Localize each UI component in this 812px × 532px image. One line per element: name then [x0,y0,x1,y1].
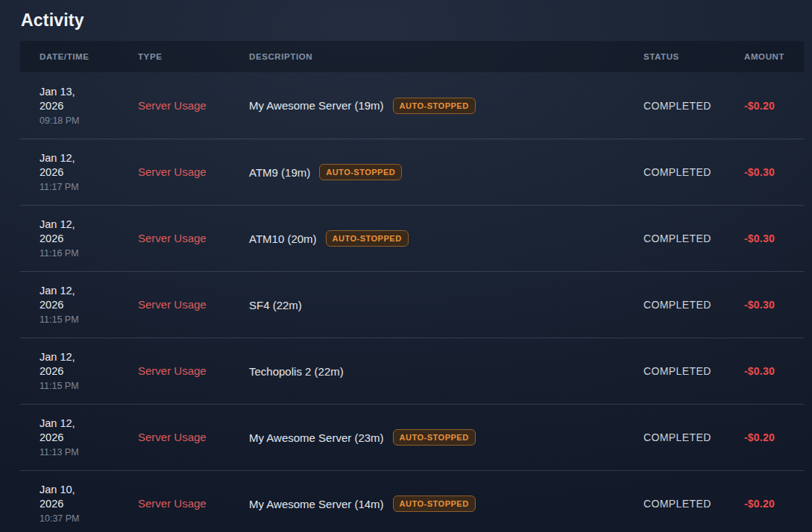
description-cell: SF4 (22m) [249,299,643,311]
date-cell: Jan 12, 2026 11:13 PM [40,417,138,458]
type-link[interactable]: Server Usage [138,497,207,510]
activity-table: DATE/TIME TYPE DESCRIPTION STATUS AMOUNT… [20,41,804,532]
description-text: My Awesome Server (14m) [249,498,384,510]
amount-text: -$0.20 [744,431,804,443]
time-text: 11:15 PM [40,314,138,326]
type-link[interactable]: Server Usage [138,298,207,311]
description-text: My Awesome Server (23m) [249,431,384,444]
date-cell: Jan 13, 2026 09:18 PM [40,85,138,127]
status-text: COMPLETED [643,299,744,311]
auto-stopped-badge: AUTO-STOPPED [326,230,409,247]
header-cell-datetime: DATE/TIME [40,52,138,61]
description-text: ATM10 (20m) [249,232,317,245]
table-row: Jan 10, 2026 10:37 PM Server Usage My Aw… [20,470,804,532]
description-cell: My Awesome Server (19m) AUTO-STOPPED [249,98,643,114]
date-line2: 2026 [40,298,138,312]
table-row: Jan 13, 2026 09:18 PM Server Usage My Aw… [20,72,804,139]
amount-text: -$0.20 [744,498,804,510]
description-cell: My Awesome Server (23m) AUTO-STOPPED [249,429,643,446]
amount-text: -$0.30 [744,232,804,244]
date-line2: 2026 [40,232,138,246]
date-line1: Jan 12, [40,417,138,431]
description-text: Techopolis 2 (22m) [249,365,344,378]
time-text: 11:15 PM [40,381,138,392]
date-line1: Jan 10, [40,483,138,497]
amount-text: -$0.30 [744,365,804,377]
type-link[interactable]: Server Usage [138,99,207,112]
date-line2: 2026 [40,431,138,445]
auto-stopped-badge: AUTO-STOPPED [393,495,476,512]
time-text: 09:18 PM [40,115,138,127]
time-text: 11:16 PM [40,248,138,259]
description-text: My Awesome Server (19m) [249,99,384,112]
date-cell: Jan 12, 2026 11:16 PM [40,218,138,259]
description-text: ATM9 (19m) [249,166,310,179]
status-text: COMPLETED [643,166,744,178]
auto-stopped-badge: AUTO-STOPPED [319,164,402,180]
date-cell: Jan 12, 2026 11:15 PM [40,284,138,326]
description-cell: ATM9 (19m) AUTO-STOPPED [249,164,643,180]
status-text: COMPLETED [643,232,744,244]
header-cell-amount: AMOUNT [744,52,804,61]
page-title: Activity [0,0,812,31]
auto-stopped-badge: AUTO-STOPPED [393,429,476,446]
table-row: Jan 12, 2026 11:13 PM Server Usage My Aw… [20,404,804,470]
date-line2: 2026 [40,497,138,511]
date-line1: Jan 12, [40,284,138,298]
description-text: SF4 (22m) [249,299,302,311]
description-cell: My Awesome Server (14m) AUTO-STOPPED [249,495,643,512]
status-text: COMPLETED [643,431,744,443]
time-text: 11:13 PM [40,447,138,458]
table-row: Jan 12, 2026 11:15 PM Server Usage SF4 (… [20,271,804,338]
status-text: COMPLETED [643,100,744,112]
amount-text: -$0.20 [744,100,804,112]
status-text: COMPLETED [643,365,744,377]
header-cell-description: DESCRIPTION [249,52,643,61]
date-line2: 2026 [40,364,138,379]
table-row: Jan 12, 2026 11:17 PM Server Usage ATM9 … [20,139,804,205]
type-link[interactable]: Server Usage [138,431,207,443]
table-header-row: DATE/TIME TYPE DESCRIPTION STATUS AMOUNT [20,41,804,72]
header-cell-status: STATUS [643,52,744,61]
type-link[interactable]: Server Usage [138,232,207,244]
type-link[interactable]: Server Usage [138,364,207,377]
date-cell: Jan 12, 2026 11:15 PM [40,350,138,392]
date-cell: Jan 12, 2026 11:17 PM [40,151,138,193]
date-line2: 2026 [40,165,138,180]
date-line1: Jan 12, [40,218,138,232]
description-cell: Techopolis 2 (22m) [249,365,643,378]
date-line1: Jan 13, [40,85,138,99]
status-text: COMPLETED [643,498,744,510]
table-row: Jan 12, 2026 11:16 PM Server Usage ATM10… [20,205,804,271]
header-cell-type: TYPE [138,52,249,61]
amount-text: -$0.30 [744,299,804,311]
date-cell: Jan 10, 2026 10:37 PM [40,483,138,525]
amount-text: -$0.30 [744,166,804,178]
auto-stopped-badge: AUTO-STOPPED [393,98,476,114]
date-line1: Jan 12, [40,350,138,364]
time-text: 10:37 PM [40,513,138,525]
table-row: Jan 12, 2026 11:15 PM Server Usage Techo… [20,338,804,404]
type-link[interactable]: Server Usage [138,165,207,178]
time-text: 11:17 PM [40,182,138,193]
description-cell: ATM10 (20m) AUTO-STOPPED [249,230,643,247]
date-line2: 2026 [40,99,138,113]
date-line1: Jan 12, [40,151,138,165]
